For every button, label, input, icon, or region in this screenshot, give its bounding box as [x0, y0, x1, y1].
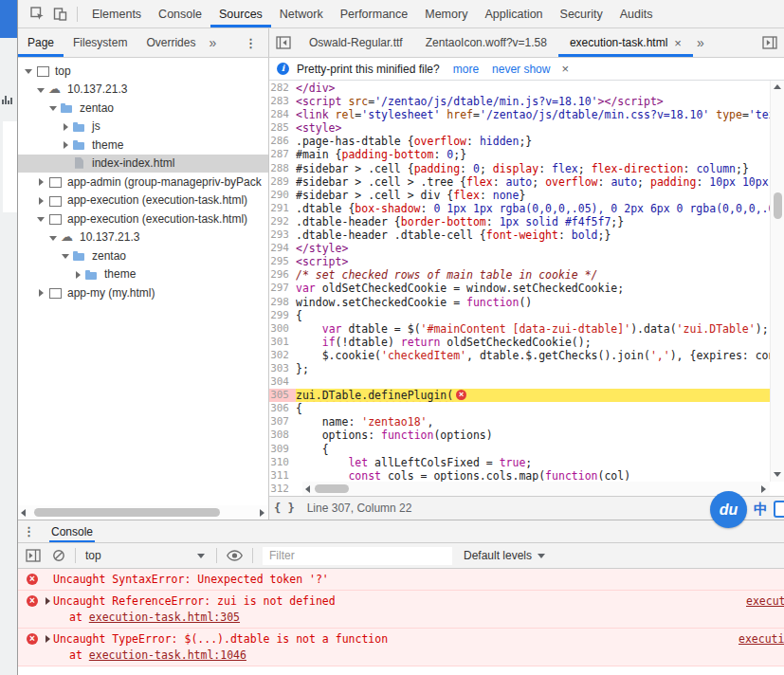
expand-caret-icon[interactable] — [44, 634, 53, 644]
line-number[interactable]: 300 — [269, 322, 296, 336]
close-tab-icon[interactable] — [674, 37, 682, 49]
tree-item-10.137.21.3[interactable]: 10.137.21.3 — [18, 228, 268, 247]
scroll-right-icon[interactable] — [257, 508, 266, 518]
line-number[interactable]: 312 — [269, 483, 296, 496]
line-number[interactable]: 290 — [269, 189, 296, 202]
line-number[interactable]: 285 — [269, 121, 296, 135]
show-debugger-sidebar-icon[interactable] — [762, 36, 777, 49]
scrollbar-thumb[interactable] — [34, 508, 220, 517]
expander-open-icon[interactable] — [61, 250, 71, 261]
inspect-element-icon[interactable] — [26, 0, 48, 27]
file-tab-execution-task.html[interactable]: execution-task.html — [558, 28, 693, 57]
tree-item-zentao[interactable]: zentao — [18, 246, 268, 265]
line-number[interactable]: 294 — [269, 242, 296, 255]
tab-memory[interactable]: Memory — [416, 0, 476, 27]
tree-item-10.137.21.3[interactable]: 10.137.21.3 — [18, 81, 268, 100]
line-number[interactable]: 306 — [269, 402, 296, 415]
stack-location-link[interactable]: execution-task.html:305 — [89, 611, 240, 624]
console-prompt[interactable] — [18, 666, 784, 675]
line-number[interactable]: 295 — [269, 255, 296, 268]
tree-item-js[interactable]: js — [18, 118, 268, 137]
infobar-never-show-link[interactable]: never show — [492, 63, 550, 76]
console-source-link[interactable]: execution-task.html:1046 — [738, 632, 784, 646]
line-number[interactable]: 284 — [269, 108, 296, 121]
baidu-ime-badge[interactable]: du — [710, 491, 747, 528]
navigator-horizontal-scrollbar[interactable] — [18, 505, 268, 520]
expander-open-icon[interactable] — [48, 102, 59, 113]
tab-security[interactable]: Security — [552, 0, 611, 27]
line-number[interactable]: 286 — [269, 135, 296, 148]
file-tab-zentaoicon.woff-v-1.58[interactable]: ZentaoIcon.woff?v=1.58 — [414, 28, 558, 57]
tree-item-zentao[interactable]: zentao — [18, 99, 268, 118]
line-number[interactable]: 283 — [269, 95, 296, 108]
device-toolbar-icon[interactable] — [48, 0, 71, 27]
javascript-context-dropdown[interactable]: top — [80, 549, 212, 562]
log-levels-dropdown[interactable]: Default levels — [464, 549, 553, 562]
tree-item-app-execution-execution-task.html[interactable]: app-execution (execution-task.html) — [18, 192, 268, 210]
expander-open-icon[interactable] — [36, 84, 46, 95]
tree-item-index-index.html[interactable]: index-index.html — [18, 155, 268, 173]
tree-item-theme[interactable]: theme — [18, 136, 268, 155]
tab-application[interactable]: Application — [476, 0, 551, 27]
tab-sources[interactable]: Sources — [210, 0, 271, 27]
console-filter-input[interactable] — [263, 547, 452, 565]
scroll-left-icon[interactable] — [20, 508, 29, 518]
line-number[interactable]: 310 — [269, 456, 296, 469]
tree-item-app-my-my.html[interactable]: app-my (my.html) — [18, 283, 268, 302]
line-number[interactable]: 287 — [269, 148, 296, 161]
live-expression-eye-icon[interactable] — [227, 550, 243, 561]
scroll-down-icon[interactable] — [774, 470, 783, 480]
drawer-menu-icon[interactable] — [18, 524, 41, 538]
line-number[interactable]: 288 — [269, 162, 296, 175]
scroll-up-icon[interactable] — [774, 82, 783, 92]
expander-closed-icon[interactable] — [61, 139, 71, 150]
infobar-more-link[interactable]: more — [453, 63, 479, 76]
line-number[interactable]: 297 — [269, 282, 296, 295]
stack-location-link[interactable]: execution-task.html:1046 — [89, 648, 246, 662]
tree-item-top[interactable]: top — [18, 62, 268, 81]
expander-open-icon[interactable] — [36, 213, 46, 224]
nav-tab-page[interactable]: Page — [18, 28, 64, 57]
tab-console[interactable]: Console — [150, 0, 210, 27]
expander-open-icon[interactable] — [24, 65, 34, 76]
expander-closed-icon[interactable] — [36, 287, 46, 298]
scrollbar-thumb[interactable] — [774, 192, 782, 219]
line-number[interactable]: 302 — [269, 349, 296, 362]
line-number[interactable]: 307 — [269, 415, 296, 429]
line-number[interactable]: 311 — [269, 469, 296, 483]
line-number[interactable]: 293 — [269, 228, 296, 242]
line-number[interactable]: 289 — [269, 175, 296, 189]
expand-caret-icon[interactable] — [44, 596, 53, 606]
line-number[interactable]: 309 — [269, 443, 296, 456]
file-tab-oswald-regular.ttf[interactable]: Oswald-Regular.ttf — [298, 28, 414, 57]
expander-closed-icon[interactable] — [36, 176, 46, 187]
line-number[interactable]: 301 — [269, 336, 296, 349]
pretty-print-icon[interactable] — [274, 502, 295, 515]
tab-audits[interactable]: Audits — [611, 0, 662, 27]
scroll-left-icon[interactable] — [304, 484, 314, 494]
line-number[interactable]: 308 — [269, 429, 296, 442]
line-number[interactable]: 304 — [269, 375, 296, 389]
scrollbar-thumb[interactable] — [315, 484, 349, 493]
line-number[interactable]: 292 — [269, 215, 296, 228]
tree-item-app-execution-execution-task.html[interactable]: app-execution (execution-task.html) — [18, 210, 268, 228]
line-number[interactable]: 305 — [269, 389, 296, 402]
expander-closed-icon[interactable] — [36, 195, 46, 206]
line-number[interactable]: 298 — [269, 296, 296, 309]
editor-horizontal-scrollbar[interactable] — [302, 482, 770, 496]
line-number[interactable]: 296 — [269, 268, 296, 282]
clear-console-icon[interactable] — [52, 549, 65, 562]
nav-tab-overrides[interactable]: Overrides — [137, 28, 205, 57]
line-number[interactable]: 291 — [269, 202, 296, 215]
expander-closed-icon[interactable] — [61, 121, 71, 132]
infobar-close-icon[interactable] — [561, 62, 569, 76]
show-console-sidebar-icon[interactable] — [26, 549, 41, 562]
line-number[interactable]: 303 — [269, 362, 296, 375]
more-navigator-tabs-icon[interactable] — [205, 35, 220, 50]
tree-item-theme[interactable]: theme — [18, 265, 268, 284]
expander-closed-icon[interactable] — [73, 269, 83, 280]
tab-elements[interactable]: Elements — [83, 0, 150, 27]
hide-navigator-icon[interactable] — [276, 36, 291, 49]
tab-network[interactable]: Network — [271, 0, 332, 27]
tab-console[interactable]: Console — [49, 520, 95, 542]
